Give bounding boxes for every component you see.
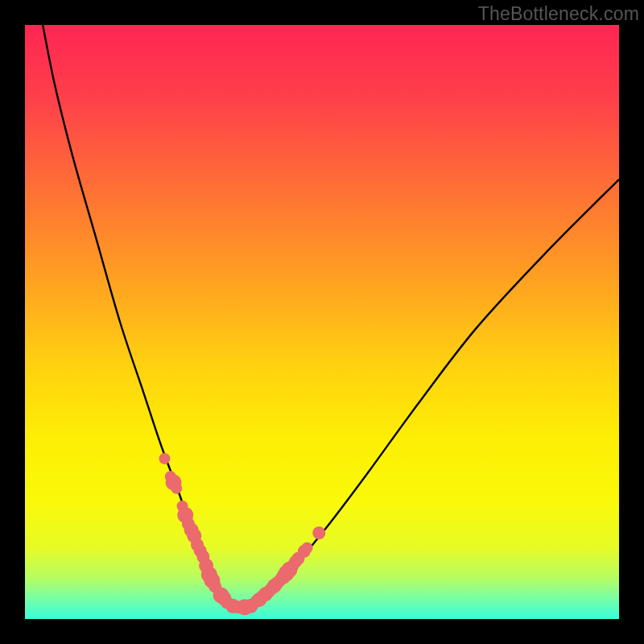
- watermark-text: TheBottleneck.com: [478, 3, 639, 25]
- chart-stage: TheBottleneck.com: [0, 0, 644, 644]
- highlight-dot: [312, 526, 325, 539]
- highlight-dot: [302, 542, 313, 553]
- highlight-dot: [171, 483, 182, 494]
- chart-svg: [25, 25, 619, 619]
- curve-line: [43, 25, 619, 608]
- plot-area: [25, 25, 619, 619]
- highlight-dot: [159, 453, 170, 464]
- highlight-dots-group: [159, 453, 325, 616]
